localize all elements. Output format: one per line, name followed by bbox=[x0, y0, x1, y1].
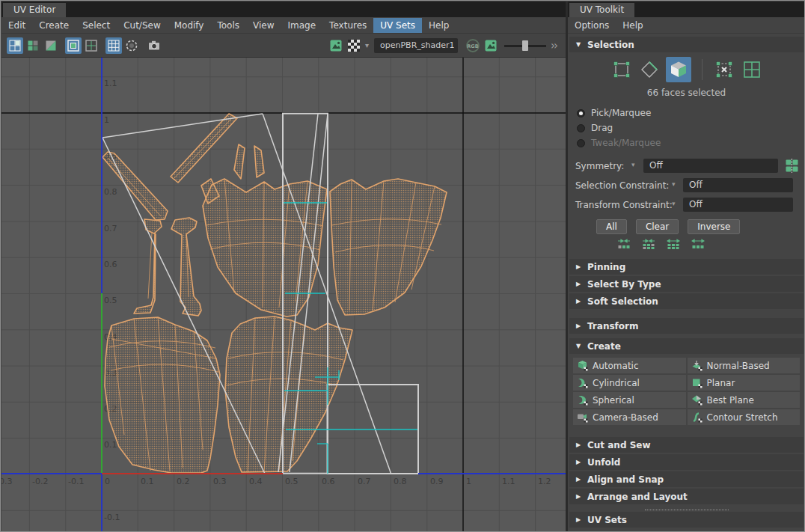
menu-cut-sew[interactable]: Cut/Sew bbox=[117, 18, 168, 33]
pixel-snap-icon[interactable] bbox=[105, 37, 122, 54]
automatic-button[interactable]: Automatic bbox=[573, 358, 686, 373]
radio-dot-icon bbox=[577, 124, 585, 132]
selection-constraint-caret-icon[interactable]: ▾ bbox=[672, 180, 676, 188]
camera-based-button[interactable]: Camera-Based bbox=[573, 409, 686, 425]
create-button-label: Spherical bbox=[593, 395, 634, 406]
spherical-button[interactable]: Spherical bbox=[573, 392, 686, 408]
texture-dropdown-caret[interactable]: ▾ bbox=[363, 41, 371, 49]
slider-handle[interactable] bbox=[522, 40, 528, 51]
y-tick: -0.1 bbox=[104, 513, 120, 522]
menu-modify[interactable]: Modify bbox=[168, 18, 211, 33]
display-grid-icon[interactable] bbox=[83, 37, 100, 54]
menu-select[interactable]: Select bbox=[76, 18, 117, 33]
uv-shell-mode-icon[interactable] bbox=[741, 58, 763, 81]
y-tick: 0.8 bbox=[104, 187, 117, 197]
select-all-button[interactable]: All bbox=[596, 219, 627, 234]
menu-options[interactable]: Options bbox=[568, 18, 616, 33]
section-arrange-and-layout[interactable]: ▶Arrange and Layout bbox=[569, 489, 804, 504]
shrink-selection-icon[interactable] bbox=[617, 239, 631, 250]
split-display-icon[interactable] bbox=[43, 37, 59, 54]
menu-toolkit-help[interactable]: Help bbox=[616, 18, 649, 33]
x-tick: 0.9 bbox=[430, 477, 444, 486]
tile-preview-icon[interactable] bbox=[25, 37, 41, 54]
planar-icon bbox=[691, 377, 703, 388]
menu-create[interactable]: Create bbox=[32, 18, 76, 33]
tab-uv-toolkit[interactable]: UV Toolkit bbox=[569, 3, 634, 17]
transform-constraint-row: Transform Constraint: ▾ Off bbox=[568, 195, 805, 215]
uv-snapshot-icon[interactable] bbox=[146, 37, 162, 54]
x-tick: -0.1 bbox=[68, 477, 84, 486]
shader-name-field[interactable]: openPBR_shader1 bbox=[374, 38, 458, 53]
image-ratio-icon[interactable] bbox=[483, 37, 499, 54]
checker-texture-icon[interactable] bbox=[346, 37, 362, 54]
menu-textures[interactable]: Textures bbox=[322, 18, 373, 33]
planar-button[interactable]: Planar bbox=[688, 375, 801, 391]
contour-stretch-icon bbox=[691, 412, 703, 423]
uv-canvas-svg[interactable]: -0.3 -0.2 -0.1 0 0.1 0.2 0.3 0.4 0.5 0.6… bbox=[1, 58, 566, 531]
section-select-by-type[interactable]: ▶Select By Type bbox=[569, 276, 804, 292]
normal-based-button[interactable]: Normal-Based bbox=[688, 358, 801, 373]
expand-arrow-icon: ▶ bbox=[569, 516, 587, 523]
section-create[interactable]: ▼Create bbox=[569, 338, 804, 354]
section-label: Transform bbox=[587, 321, 638, 331]
section-cut-and-sew[interactable]: ▶Cut and Sew bbox=[569, 437, 804, 453]
radio-dot-icon bbox=[577, 139, 585, 147]
tile-layout-icon[interactable] bbox=[7, 37, 23, 54]
menu-image[interactable]: Image bbox=[281, 18, 323, 33]
face-mode-icon[interactable] bbox=[666, 57, 691, 82]
clear-selection-button[interactable]: Clear bbox=[636, 219, 679, 234]
x-tick: 0.4 bbox=[249, 477, 263, 486]
inverse-selection-button[interactable]: Inverse bbox=[688, 219, 740, 234]
symmetry-caret-icon[interactable]: ▾ bbox=[631, 161, 635, 168]
section-label: Select By Type bbox=[587, 279, 661, 290]
section-uv-sets[interactable]: ▶UV Sets bbox=[569, 512, 804, 528]
exposure-slider[interactable] bbox=[504, 39, 546, 52]
rgb-channels-icon[interactable]: RGB bbox=[465, 37, 481, 54]
expand-arrow-icon: ▶ bbox=[569, 476, 587, 483]
menu-tools[interactable]: Tools bbox=[210, 18, 246, 33]
display-border-icon[interactable] bbox=[65, 37, 82, 54]
symmetry-icon[interactable] bbox=[785, 159, 799, 176]
section-soft-selection[interactable]: ▶Soft Selection bbox=[569, 293, 804, 309]
uv-mode-icon[interactable] bbox=[713, 58, 735, 81]
panel-resize-handle[interactable] bbox=[645, 508, 729, 510]
radio-drag[interactable]: Drag bbox=[577, 120, 805, 135]
radio-label: Pick/Marquee bbox=[591, 108, 651, 118]
contour-stretch-button[interactable]: Contour Stretch bbox=[688, 409, 801, 425]
y-tick: 1.1 bbox=[104, 79, 117, 88]
uv-toolkit-menubar: Options Help bbox=[568, 17, 805, 34]
section-align-and-snap[interactable]: ▶Align and Snap bbox=[569, 471, 804, 487]
create-button-label: Best Plane bbox=[707, 395, 754, 406]
x-tick: 0.8 bbox=[394, 477, 407, 486]
expand-toolbar-icon[interactable]: ›› bbox=[551, 39, 557, 52]
section-label: Pinning bbox=[587, 262, 625, 272]
vertex-mode-icon[interactable] bbox=[610, 58, 633, 81]
menu-uv-sets[interactable]: UV Sets bbox=[373, 18, 422, 33]
menu-view[interactable]: View bbox=[246, 18, 281, 33]
transform-constraint-caret-icon[interactable]: ▾ bbox=[672, 200, 676, 207]
grow-selection-icon[interactable] bbox=[691, 239, 705, 250]
section-transform[interactable]: ▶Transform bbox=[569, 318, 804, 334]
transform-constraint-field[interactable]: Off bbox=[683, 198, 793, 212]
symmetry-field[interactable]: Off bbox=[643, 159, 778, 173]
best-plane-button[interactable]: Best Plane bbox=[688, 392, 801, 408]
menu-edit[interactable]: Edit bbox=[1, 18, 32, 33]
grow-loop-icon[interactable] bbox=[667, 239, 680, 250]
best-plane-icon bbox=[691, 394, 703, 406]
section-selection[interactable]: ▼ Selection bbox=[569, 37, 804, 52]
dim-image-icon[interactable] bbox=[123, 37, 140, 54]
shrink-loop-icon[interactable] bbox=[642, 239, 655, 250]
y-tick: 0.5 bbox=[104, 296, 117, 305]
uv-canvas[interactable]: -0.3 -0.2 -0.1 0 0.1 0.2 0.3 0.4 0.5 0.6… bbox=[1, 58, 566, 531]
create-button-label: Planar bbox=[707, 378, 735, 388]
selection-constraint-field[interactable]: Off bbox=[683, 178, 793, 192]
section-pinning[interactable]: ▶Pinning bbox=[569, 259, 804, 275]
create-button-label: Normal-Based bbox=[707, 361, 770, 371]
menu-help[interactable]: Help bbox=[422, 18, 456, 33]
cylindrical-button[interactable]: Cylindrical bbox=[573, 375, 686, 391]
tab-uv-editor[interactable]: UV Editor bbox=[3, 3, 66, 17]
display-image-icon[interactable] bbox=[328, 37, 344, 54]
section-unfold[interactable]: ▶Unfold bbox=[569, 454, 804, 470]
edge-mode-icon[interactable] bbox=[638, 58, 661, 81]
radio-pick-marquee[interactable]: Pick/Marquee bbox=[577, 106, 805, 120]
